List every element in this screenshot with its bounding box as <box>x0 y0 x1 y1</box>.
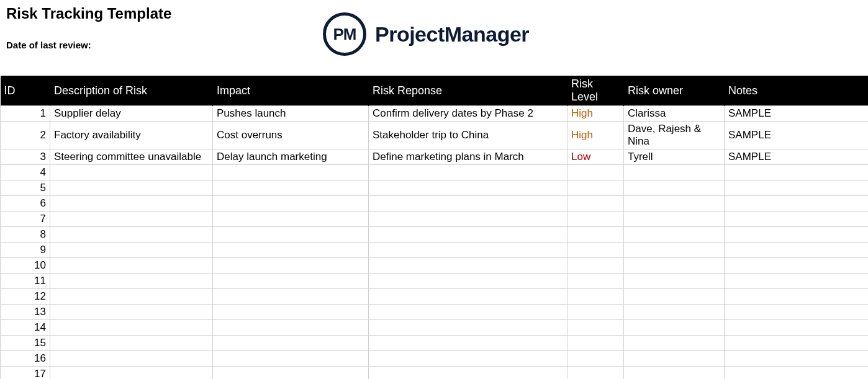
cell-id[interactable]: 5 <box>1 181 50 196</box>
cell-id[interactable]: 9 <box>1 243 50 258</box>
cell-impact[interactable] <box>213 243 369 258</box>
cell-description[interactable] <box>50 274 213 289</box>
cell-risk-level[interactable] <box>567 181 624 196</box>
cell-description[interactable] <box>50 367 213 380</box>
cell-risk-owner[interactable] <box>624 165 725 181</box>
cell-risk-level[interactable] <box>567 196 624 212</box>
cell-risk-owner[interactable] <box>624 258 725 274</box>
cell-response[interactable] <box>369 305 567 320</box>
cell-risk-level[interactable] <box>567 258 624 274</box>
cell-impact[interactable]: Cost overruns <box>213 122 369 149</box>
cell-notes[interactable] <box>725 336 869 351</box>
cell-risk-owner[interactable] <box>624 181 725 196</box>
cell-response[interactable] <box>369 196 567 212</box>
cell-description[interactable] <box>50 351 213 367</box>
cell-risk-owner[interactable] <box>624 351 725 367</box>
cell-risk-owner[interactable]: Dave, Rajesh & Nina <box>624 122 725 149</box>
cell-risk-owner[interactable] <box>624 367 725 380</box>
cell-notes[interactable]: SAMPLE <box>725 149 869 165</box>
cell-impact[interactable] <box>213 305 369 320</box>
cell-description[interactable] <box>50 212 213 227</box>
cell-response[interactable] <box>369 336 567 351</box>
table-row[interactable]: 11 <box>1 274 869 289</box>
table-row[interactable]: 6 <box>1 196 869 212</box>
cell-risk-level[interactable] <box>567 351 624 367</box>
cell-impact[interactable] <box>213 367 369 380</box>
cell-risk-owner[interactable]: Clarissa <box>624 106 725 122</box>
cell-impact[interactable] <box>213 212 369 227</box>
cell-id[interactable]: 11 <box>1 274 50 289</box>
cell-risk-owner[interactable] <box>624 274 725 289</box>
cell-risk-level[interactable] <box>567 367 624 380</box>
cell-description[interactable] <box>50 243 213 258</box>
cell-response[interactable]: Stakeholder trip to China <box>369 122 567 149</box>
cell-description[interactable] <box>50 320 213 336</box>
cell-id[interactable]: 1 <box>1 106 50 122</box>
cell-notes[interactable] <box>725 258 869 274</box>
cell-response[interactable] <box>369 289 567 305</box>
cell-notes[interactable] <box>725 243 869 258</box>
cell-risk-owner[interactable] <box>624 305 725 320</box>
cell-risk-level[interactable]: Low <box>567 149 624 165</box>
cell-risk-level[interactable] <box>567 274 624 289</box>
cell-description[interactable] <box>50 227 213 243</box>
cell-id[interactable]: 4 <box>1 165 50 181</box>
cell-description[interactable]: Supplier delay <box>50 106 213 122</box>
table-row[interactable]: 10 <box>1 258 869 274</box>
cell-impact[interactable] <box>213 181 369 196</box>
table-row[interactable]: 3Steering committee unavailableDelay lau… <box>1 149 869 165</box>
table-row[interactable]: 12 <box>1 289 869 305</box>
cell-risk-level[interactable]: High <box>567 122 624 149</box>
cell-risk-level[interactable] <box>567 165 624 181</box>
cell-id[interactable]: 2 <box>1 122 50 149</box>
cell-id[interactable]: 10 <box>1 258 50 274</box>
cell-response[interactable] <box>369 243 567 258</box>
cell-response[interactable]: Define marketing plans in March <box>369 149 567 165</box>
cell-id[interactable]: 17 <box>1 367 50 380</box>
cell-response[interactable] <box>369 212 567 227</box>
cell-id[interactable]: 14 <box>1 320 50 336</box>
cell-impact[interactable] <box>213 336 369 351</box>
cell-notes[interactable] <box>725 289 869 305</box>
cell-risk-owner[interactable] <box>624 336 725 351</box>
cell-impact[interactable] <box>213 227 369 243</box>
cell-description[interactable]: Factory availability <box>50 122 213 149</box>
cell-impact[interactable] <box>213 351 369 367</box>
cell-risk-owner[interactable] <box>624 320 725 336</box>
cell-description[interactable] <box>50 305 213 320</box>
cell-risk-level[interactable] <box>567 227 624 243</box>
cell-risk-owner[interactable] <box>624 212 725 227</box>
table-row[interactable]: 7 <box>1 212 869 227</box>
cell-notes[interactable] <box>725 305 869 320</box>
cell-risk-level[interactable] <box>567 336 624 351</box>
cell-risk-owner[interactable] <box>624 227 725 243</box>
cell-id[interactable]: 6 <box>1 196 50 212</box>
table-row[interactable]: 17 <box>1 367 869 380</box>
cell-risk-owner[interactable] <box>624 289 725 305</box>
cell-notes[interactable] <box>725 165 869 181</box>
cell-description[interactable] <box>50 181 213 196</box>
table-row[interactable]: 4 <box>1 165 869 181</box>
cell-response[interactable] <box>369 258 567 274</box>
cell-notes[interactable] <box>725 196 869 212</box>
cell-response[interactable] <box>369 165 567 181</box>
cell-notes[interactable] <box>725 274 869 289</box>
cell-impact[interactable] <box>213 165 369 181</box>
cell-impact[interactable] <box>213 258 369 274</box>
cell-response[interactable]: Confirm delivery dates by Phase 2 <box>369 106 567 122</box>
cell-response[interactable] <box>369 181 567 196</box>
cell-response[interactable] <box>369 227 567 243</box>
cell-impact[interactable] <box>213 274 369 289</box>
table-row[interactable]: 1Supplier delayPushes launchConfirm deli… <box>1 106 869 122</box>
cell-impact[interactable] <box>213 320 369 336</box>
cell-risk-level[interactable] <box>567 289 624 305</box>
cell-notes[interactable]: SAMPLE <box>725 106 869 122</box>
cell-risk-owner[interactable]: Tyrell <box>624 149 725 165</box>
cell-response[interactable] <box>369 351 567 367</box>
cell-id[interactable]: 3 <box>1 149 50 165</box>
cell-impact[interactable]: Pushes launch <box>213 106 369 122</box>
table-row[interactable]: 8 <box>1 227 869 243</box>
cell-risk-level[interactable] <box>567 320 624 336</box>
cell-risk-level[interactable]: High <box>567 106 624 122</box>
cell-notes[interactable] <box>725 212 869 227</box>
